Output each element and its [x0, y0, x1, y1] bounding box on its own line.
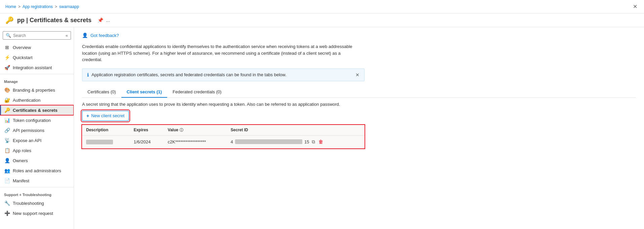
sidebar-item-label: Manifest: [13, 178, 29, 183]
troubleshooting-icon: 🔧: [4, 200, 10, 206]
sidebar-item-roles-admins[interactable]: 👥 Roles and administrators: [0, 166, 74, 176]
sidebar-item-app-roles[interactable]: 📋 App roles: [0, 145, 74, 155]
sidebar-item-label: App roles: [13, 148, 31, 153]
info-banner-close[interactable]: ✕: [355, 72, 359, 78]
info-icon: ℹ: [87, 72, 89, 78]
certificates-icon: 🔑: [4, 107, 10, 113]
feedback-icon: 👤: [82, 33, 88, 38]
tab-federated[interactable]: Federated credentials (0): [167, 87, 227, 98]
new-secret-btn-label: New client secret: [91, 113, 124, 118]
page-icon: 🔑: [5, 16, 14, 24]
info-banner: ℹ Application registration certificates,…: [82, 68, 365, 81]
feedback-label[interactable]: Got feedback?: [90, 33, 119, 38]
sidebar-item-label: Branding & properties: [13, 88, 55, 93]
breadcrumb-sep1: >: [18, 4, 21, 9]
sidebar-item-token[interactable]: 📊 Token configuration: [0, 115, 74, 125]
sidebar: 🔍 « ⊞ Overview ⚡ Quickstart 🚀 Integratio…: [0, 27, 74, 229]
secret-id-prefix: 4: [231, 139, 233, 144]
nav-divider: [0, 74, 74, 74]
close-button[interactable]: ✕: [632, 2, 639, 11]
collapse-sidebar-button[interactable]: «: [66, 33, 68, 38]
copy-secret-id-button[interactable]: ⧉: [311, 138, 316, 145]
sidebar-item-label: New support request: [13, 211, 53, 216]
secrets-table: Description Expires Value ⓘ Secret ID: [82, 125, 365, 148]
main-content: 👤 Got feedback? Credentials enable confi…: [74, 27, 644, 229]
sidebar-item-manifest[interactable]: 📄 Manifest: [0, 176, 74, 186]
table-header-row: Description Expires Value ⓘ Secret ID: [82, 125, 365, 136]
sidebar-item-label: Integration assistant: [13, 65, 52, 70]
roles-admins-icon: 👥: [4, 168, 10, 173]
breadcrumb-current[interactable]: swarnaapp: [59, 4, 79, 9]
sidebar-item-quickstart[interactable]: ⚡ Quickstart: [0, 52, 74, 62]
sidebar-item-new-support[interactable]: ➕ New support request: [0, 208, 74, 218]
top-bar: Home > App registrations > swarnaapp ✕: [0, 0, 644, 13]
col-expires: Expires: [129, 125, 163, 136]
tabs-container: Certificates (0) Client secrets (1) Fede…: [82, 87, 636, 98]
sidebar-item-branding[interactable]: 🎨 Branding & properties: [0, 85, 74, 95]
owners-icon: 👤: [4, 158, 10, 163]
sidebar-item-troubleshooting[interactable]: 🔧 Troubleshooting: [0, 198, 74, 208]
sidebar-item-label: Overview: [13, 45, 31, 50]
cell-expires: 1/6/2024: [129, 135, 163, 148]
new-client-secret-button[interactable]: + New client secret: [82, 111, 129, 121]
info-banner-text: Application registration certificates, s…: [91, 72, 287, 77]
sidebar-item-label: Troubleshooting: [13, 201, 44, 206]
cell-value: c2K******************: [164, 135, 227, 148]
sidebar-item-label: Certificates & secrets: [13, 108, 58, 113]
sidebar-item-label: Quickstart: [13, 55, 33, 60]
integration-icon: 🚀: [4, 65, 10, 70]
quickstart-icon: ⚡: [4, 55, 10, 60]
header-actions: 📌 ...: [98, 17, 110, 23]
page-header: 🔑 pp | Certificates & secrets 📌 ...: [0, 13, 644, 27]
sidebar-item-authentication[interactable]: 🔐 Authentication: [0, 95, 74, 105]
sidebar-item-label: Authentication: [13, 98, 40, 103]
breadcrumb-home[interactable]: Home: [5, 4, 16, 9]
sidebar-item-label: Roles and administrators: [13, 168, 61, 173]
sidebar-item-certificates[interactable]: 🔑 Certificates & secrets: [0, 105, 74, 115]
secret-id-suffix: 15: [304, 139, 309, 144]
branding-icon: 🎨: [4, 87, 10, 93]
breadcrumb-app-registrations[interactable]: App registrations: [23, 4, 53, 9]
new-support-icon: ➕: [4, 211, 10, 216]
sidebar-item-label: API permissions: [13, 128, 44, 133]
breadcrumb-sep2: >: [55, 4, 57, 9]
sidebar-item-expose-api[interactable]: 📡 Expose an API: [0, 135, 74, 145]
support-divider: [0, 187, 74, 187]
page-description: Credentials enable confidential applicat…: [82, 43, 358, 63]
sidebar-item-integration[interactable]: 🚀 Integration assistant: [0, 62, 74, 73]
pin-icon[interactable]: 📌: [98, 17, 103, 23]
sidebar-item-owners[interactable]: 👤 Owners: [0, 155, 74, 166]
delete-secret-button[interactable]: 🗑: [318, 138, 324, 145]
table-row: 1/6/2024 c2K****************** 4 15 ⧉ 🗑: [82, 135, 365, 148]
feedback-bar[interactable]: 👤 Got feedback?: [82, 33, 636, 38]
cell-description: [82, 135, 129, 148]
sidebar-item-label: Expose an API: [13, 138, 41, 143]
token-icon: 📊: [4, 118, 10, 123]
search-icon: 🔍: [6, 33, 11, 38]
search-input[interactable]: [13, 33, 64, 38]
sidebar-item-label: Owners: [13, 158, 28, 163]
description-blurred: [86, 140, 113, 144]
col-description: Description: [82, 125, 129, 136]
secret-id-blurred: [235, 139, 302, 144]
cell-secret-id: 4 15 ⧉ 🗑: [227, 135, 365, 148]
tab-certificates[interactable]: Certificates (0): [82, 87, 121, 98]
sidebar-item-overview[interactable]: ⊞ Overview: [0, 42, 74, 52]
support-section-label: Support + Troubleshooting: [0, 189, 74, 198]
expose-api-icon: 📡: [4, 138, 10, 143]
api-permissions-icon: 🔗: [4, 128, 10, 133]
more-actions-icon[interactable]: ...: [106, 17, 110, 23]
page-title: pp | Certificates & secrets: [17, 17, 91, 24]
manage-section-label: Manage: [0, 76, 74, 85]
overview-icon: ⊞: [4, 45, 10, 50]
breadcrumb: Home > App registrations > swarnaapp: [5, 4, 632, 9]
sidebar-item-api-permissions[interactable]: 🔗 API permissions: [0, 125, 74, 135]
info-banner-content: ℹ Application registration certificates,…: [87, 72, 287, 78]
sidebar-item-label: Token configuration: [13, 118, 51, 123]
app-roles-icon: 📋: [4, 148, 10, 153]
value-info-icon[interactable]: ⓘ: [180, 128, 183, 133]
main-layout: 🔍 « ⊞ Overview ⚡ Quickstart 🚀 Integratio…: [0, 27, 644, 229]
authentication-icon: 🔐: [4, 97, 10, 103]
col-secret-id: Secret ID: [227, 125, 365, 136]
tab-client-secrets[interactable]: Client secrets (1): [121, 87, 167, 98]
